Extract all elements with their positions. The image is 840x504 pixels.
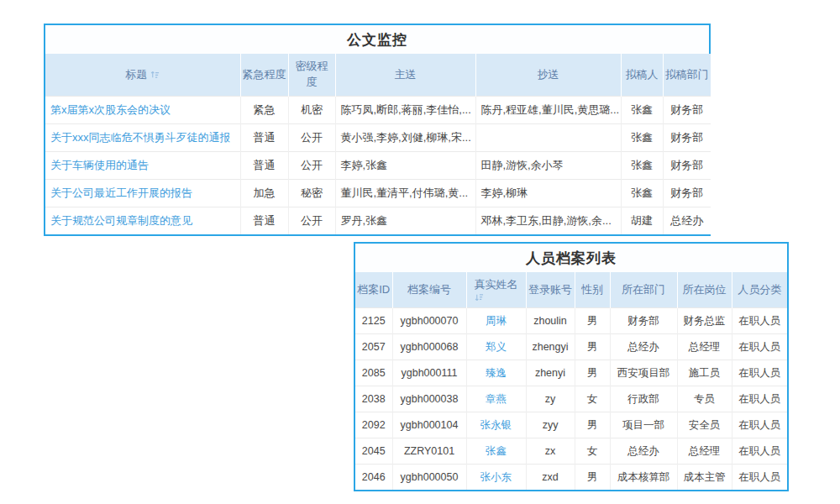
col-header-main-to: 主送 (335, 54, 475, 97)
real-name-link[interactable]: 张永银 (466, 412, 526, 438)
personnel-list-title: 人员档案列表 (355, 244, 787, 272)
doc-title-link[interactable]: 关于xxx同志临危不惧勇斗歹徒的通报 (45, 124, 240, 152)
archive-id-cell: 2085 (355, 360, 392, 386)
table-row: 第x届第x次股东会的决议 紧急 机密 陈巧凤,断郎,蒋丽,李佳怡,... 陈丹,… (45, 97, 711, 124)
account-cell: zhoulin (526, 308, 575, 334)
sort-icon[interactable] (150, 70, 160, 79)
post-cell: 施工员 (677, 360, 732, 386)
table-row: 2045 ZZRY0101 张鑫 zx 女 总经办 总经理 在职人员 (355, 438, 787, 465)
real-name-link[interactable]: 周琳 (466, 308, 526, 334)
category-cell: 在职人员 (732, 360, 787, 386)
personnel-header-row: 档案ID 档案编号 真实姓名 登录账号 性别 所在部门 所在岗位 人员分类 (355, 272, 787, 308)
gender-cell: 男 (575, 412, 610, 438)
archive-code-cell: ygbh000104 (392, 412, 466, 438)
doc-monitor-title: 公文监控 (45, 25, 709, 54)
doc-title-link[interactable]: 第x届第x次股东会的决议 (45, 97, 240, 124)
table-row: 关于xxx同志临危不惧勇斗歹徒的通报 普通 公开 黄小强,李婷,刘健,柳琳,宋.… (45, 124, 711, 152)
doc-title-link[interactable]: 关于车辆使用的通告 (45, 152, 240, 180)
real-name-link[interactable]: 张鑫 (466, 438, 526, 465)
post-cell: 专员 (677, 386, 732, 412)
doc-title-link[interactable]: 关于公司最近工作开展的报告 (45, 180, 240, 207)
real-name-link[interactable]: 张小东 (466, 465, 526, 491)
archive-code-cell: ygbh000111 (392, 360, 466, 386)
table-row: 2085 ygbh000111 臻逸 zhenyi 男 西安项目部 施工员 在职… (355, 360, 787, 386)
dept-cell: 西安项目部 (610, 360, 677, 386)
drafter-cell: 张鑫 (621, 152, 663, 180)
table-row: 2125 ygbh000070 周琳 zhoulin 男 财务部 财务总监 在职… (355, 308, 787, 334)
post-cell: 安全员 (677, 412, 732, 438)
main-to-cell: 黄小强,李婷,刘健,柳琳,宋... (335, 124, 475, 152)
col-header-secrecy: 密级程度 (288, 54, 335, 97)
secrecy-cell: 机密 (288, 97, 335, 124)
cc-cell: 田静,游恢,余小琴 (475, 152, 621, 180)
account-cell: zyy (526, 412, 575, 438)
real-name-link[interactable]: 章燕 (466, 386, 526, 412)
archive-id-cell: 2046 (355, 465, 392, 491)
secrecy-cell: 公开 (288, 152, 335, 180)
urgency-cell: 普通 (240, 207, 288, 235)
gender-cell: 女 (575, 386, 610, 412)
personnel-list-panel: 人员档案列表 档案ID 档案编号 真实姓名 登录账号 性别 所在部门 所在岗位 … (354, 242, 789, 491)
cc-cell: 李婷,柳琳 (475, 180, 621, 207)
dept-cell: 项目一部 (610, 412, 677, 438)
col-header-dept: 所在部门 (610, 272, 677, 308)
urgency-cell: 紧急 (240, 97, 288, 124)
gender-cell: 男 (575, 465, 610, 491)
dept-cell: 行政部 (610, 386, 677, 412)
drafter-cell: 张鑫 (621, 97, 663, 124)
archive-code-cell: ZZRY0101 (392, 438, 466, 465)
dept-cell: 成本核算部 (610, 465, 677, 491)
category-cell: 在职人员 (732, 465, 787, 491)
doc-monitor-panel: 公文监控 标题 紧急程度 密级程度 主送 抄送 拟稿人 拟稿部门 第x届第x次股… (44, 24, 711, 236)
col-header-account: 登录账号 (526, 272, 575, 308)
col-header-post: 所在岗位 (677, 272, 732, 308)
archive-code-cell: ygbh000070 (392, 308, 466, 334)
real-name-link[interactable]: 臻逸 (466, 360, 526, 386)
main-to-cell: 董川民,董清平,付伟璐,黄... (335, 180, 475, 207)
real-name-link[interactable]: 郑义 (466, 334, 526, 360)
draft-dept-cell: 财务部 (663, 97, 711, 124)
cc-cell: 邓林,李卫东,田静,游恢,余... (475, 207, 621, 235)
col-header-drafter: 拟稿人 (621, 54, 663, 97)
main-to-cell: 陈巧凤,断郎,蒋丽,李佳怡,... (335, 97, 475, 124)
cc-cell (475, 124, 621, 152)
account-cell: zhenyi (526, 360, 575, 386)
account-cell: zx (526, 438, 575, 465)
urgency-cell: 普通 (240, 152, 288, 180)
table-row: 2092 ygbh000104 张永银 zyy 男 项目一部 安全员 在职人员 (355, 412, 787, 438)
draft-dept-cell: 财务部 (663, 180, 711, 207)
col-header-title[interactable]: 标题 (45, 54, 240, 97)
cc-cell: 陈丹,程亚雄,董川民,黄思璐... (475, 97, 621, 124)
secrecy-cell: 公开 (288, 207, 335, 235)
col-header-cc: 抄送 (475, 54, 621, 97)
gender-cell: 男 (575, 334, 610, 360)
category-cell: 在职人员 (732, 334, 787, 360)
post-cell: 成本主管 (677, 465, 732, 491)
col-header-urgency: 紧急程度 (240, 54, 288, 97)
archive-id-cell: 2057 (355, 334, 392, 360)
main-to-cell: 李婷,张鑫 (335, 152, 475, 180)
post-cell: 总经理 (677, 334, 732, 360)
dept-cell: 总经办 (610, 438, 677, 465)
sort-icon[interactable] (475, 293, 518, 302)
col-header-archive-code: 档案编号 (392, 272, 466, 308)
account-cell: zxd (526, 465, 575, 491)
drafter-cell: 张鑫 (621, 124, 663, 152)
gender-cell: 女 (575, 438, 610, 465)
col-header-archive-id: 档案ID (355, 272, 392, 308)
dept-cell: 财务部 (610, 308, 677, 334)
col-header-category: 人员分类 (732, 272, 787, 308)
doc-title-link[interactable]: 关于规范公司规章制度的意见 (45, 207, 240, 235)
draft-dept-cell: 总经办 (663, 207, 711, 235)
col-header-real-name-label: 真实姓名 (475, 278, 518, 291)
urgency-cell: 加急 (240, 180, 288, 207)
col-header-real-name[interactable]: 真实姓名 (466, 272, 526, 308)
table-row: 关于车辆使用的通告 普通 公开 李婷,张鑫 田静,游恢,余小琴 张鑫 财务部 (45, 152, 711, 180)
category-cell: 在职人员 (732, 386, 787, 412)
archive-code-cell: ygbh000068 (392, 334, 466, 360)
archive-id-cell: 2125 (355, 308, 392, 334)
doc-header-row: 标题 紧急程度 密级程度 主送 抄送 拟稿人 拟稿部门 (45, 54, 711, 97)
table-row: 关于公司最近工作开展的报告 加急 秘密 董川民,董清平,付伟璐,黄... 李婷,… (45, 180, 711, 207)
category-cell: 在职人员 (732, 438, 787, 465)
table-row: 关于规范公司规章制度的意见 普通 公开 罗丹,张鑫 邓林,李卫东,田静,游恢,余… (45, 207, 711, 235)
